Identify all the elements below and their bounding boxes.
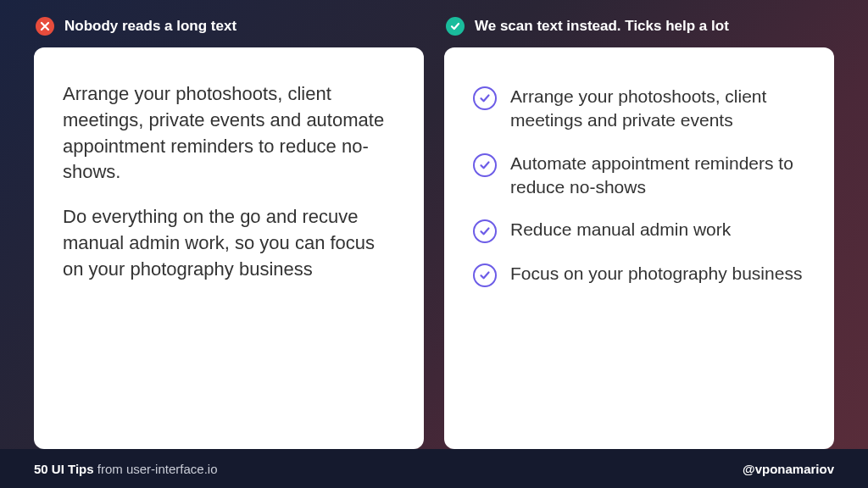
tick-icon [473, 153, 497, 177]
footer-title: 50 UI Tips [34, 462, 94, 476]
bad-card: Arrange your photoshoots, client meeting… [34, 47, 424, 449]
good-card: Arrange your photoshoots, client meeting… [444, 47, 834, 449]
tick-icon [473, 86, 497, 110]
good-header: We scan text instead. Ticks help a lot [444, 17, 834, 36]
bad-title: Nobody reads a long text [64, 18, 236, 35]
bullet-list: Arrange your photoshoots, client meeting… [473, 81, 805, 287]
footer-subtitle: from user-interface.io [94, 462, 218, 476]
tick-icon [473, 219, 497, 243]
comparison-row: Nobody reads a long text Arrange your ph… [0, 0, 868, 449]
bullet-text: Reduce manual admin work [510, 218, 731, 241]
bad-example-column: Nobody reads a long text Arrange your ph… [34, 17, 424, 449]
footer-source: 50 UI Tips from user-interface.io [34, 462, 217, 476]
bad-paragraph: Do everything on the go and recuve manua… [63, 204, 395, 282]
list-item: Reduce manual admin work [473, 218, 805, 243]
bad-header: Nobody reads a long text [34, 17, 424, 36]
check-icon [446, 17, 465, 36]
footer-bar: 50 UI Tips from user-interface.io @vpona… [0, 449, 868, 488]
bullet-text: Arrange your photoshoots, client meeting… [510, 85, 805, 133]
good-title: We scan text instead. Ticks help a lot [475, 18, 729, 35]
x-icon [36, 17, 54, 36]
bad-paragraph: Arrange your photoshoots, client meeting… [63, 81, 395, 186]
bullet-text: Automate appointment reminders to reduce… [510, 152, 805, 200]
tick-icon [473, 263, 497, 287]
bullet-text: Focus on your photography business [510, 262, 802, 286]
list-item: Focus on your photography business [473, 262, 805, 287]
good-example-column: We scan text instead. Ticks help a lot A… [444, 17, 834, 449]
list-item: Arrange your photoshoots, client meeting… [473, 85, 805, 133]
list-item: Automate appointment reminders to reduce… [473, 152, 805, 200]
footer-handle: @vponamariov [743, 462, 834, 476]
